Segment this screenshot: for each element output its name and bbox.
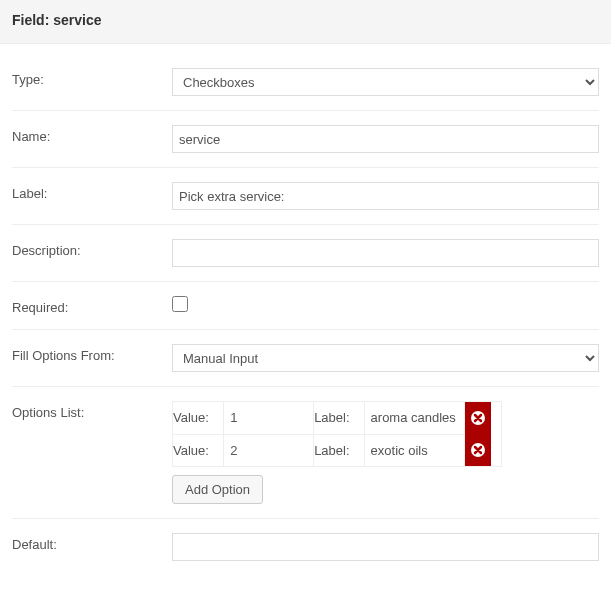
description-input[interactable] (172, 239, 599, 267)
option-value-input[interactable] (224, 435, 313, 465)
required-label: Required: (12, 296, 172, 315)
options-table: Value: Label: Value: Label: (172, 401, 502, 467)
option-value-label: Value: (173, 402, 224, 435)
remove-option-button[interactable] (465, 434, 491, 466)
row-required: Required: (12, 282, 599, 330)
row-fill: Fill Options From: Manual Input (12, 330, 599, 387)
type-label: Type: (12, 68, 172, 87)
option-label-label: Label: (314, 434, 364, 467)
row-options: Options List: Value: Label: Value: Label… (12, 387, 599, 519)
field-form: Type: Checkboxes Name: Label: Descriptio… (0, 44, 611, 575)
label-label: Label: (12, 182, 172, 201)
option-label-input[interactable] (365, 435, 464, 465)
row-label: Label: (12, 168, 599, 225)
description-label: Description: (12, 239, 172, 258)
row-default: Default: (12, 519, 599, 575)
remove-circle-icon (470, 442, 486, 458)
row-description: Description: (12, 225, 599, 282)
default-label: Default: (12, 533, 172, 552)
required-checkbox[interactable] (172, 296, 188, 312)
option-row: Value: Label: (173, 434, 502, 467)
option-label-input[interactable] (365, 403, 464, 433)
option-row: Value: Label: (173, 402, 502, 435)
remove-circle-icon (470, 410, 486, 426)
name-input[interactable] (172, 125, 599, 153)
panel-footer: Apply Changes Cancel (0, 575, 611, 590)
option-value-input[interactable] (224, 403, 313, 433)
remove-option-button[interactable] (465, 402, 491, 434)
panel-title: Field: service (12, 12, 599, 28)
type-select[interactable]: Checkboxes (172, 68, 599, 96)
panel-header: Field: service (0, 0, 611, 44)
name-label: Name: (12, 125, 172, 144)
default-input[interactable] (172, 533, 599, 561)
fill-label: Fill Options From: (12, 344, 172, 363)
add-option-button[interactable]: Add Option (172, 475, 263, 504)
options-label: Options List: (12, 401, 172, 420)
label-input[interactable] (172, 182, 599, 210)
row-type: Type: Checkboxes (12, 54, 599, 111)
option-value-label: Value: (173, 434, 224, 467)
fill-select[interactable]: Manual Input (172, 344, 599, 372)
row-name: Name: (12, 111, 599, 168)
option-label-label: Label: (314, 402, 364, 435)
